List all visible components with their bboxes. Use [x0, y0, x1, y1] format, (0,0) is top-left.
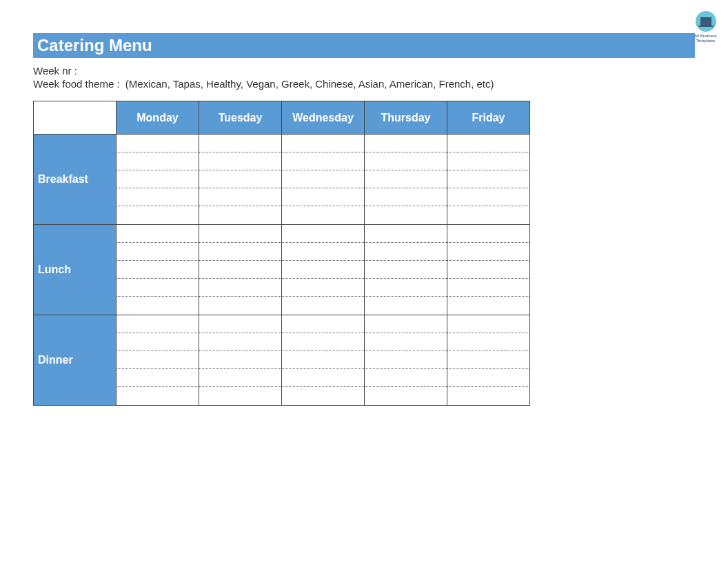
- week-number-line: Week nr :: [33, 65, 695, 77]
- line-slot[interactable]: [365, 225, 447, 243]
- day-header-friday: Friday: [447, 101, 530, 135]
- line-slot[interactable]: [199, 351, 281, 369]
- line-slot[interactable]: [199, 315, 281, 333]
- line-slot[interactable]: [282, 135, 364, 152]
- cell-breakfast-tuesday[interactable]: [199, 135, 282, 225]
- cell-lunch-friday[interactable]: [447, 225, 530, 315]
- line-slot[interactable]: [199, 261, 281, 279]
- line-slot[interactable]: [117, 351, 199, 369]
- line-slot[interactable]: [365, 315, 447, 333]
- line-slot[interactable]: [199, 206, 281, 224]
- line-slot[interactable]: [365, 387, 447, 405]
- line-slot[interactable]: [282, 188, 364, 206]
- line-slot[interactable]: [365, 369, 447, 387]
- line-slot[interactable]: [199, 188, 281, 206]
- week-theme-label: Week food theme :: [33, 78, 120, 90]
- line-slot[interactable]: [117, 225, 199, 243]
- line-slot[interactable]: [282, 261, 364, 279]
- line-slot[interactable]: [282, 206, 364, 224]
- line-slot[interactable]: [365, 333, 447, 351]
- line-slot[interactable]: [447, 188, 529, 206]
- line-slot[interactable]: [447, 387, 529, 405]
- line-slot[interactable]: [365, 297, 447, 315]
- line-slot[interactable]: [447, 315, 529, 333]
- line-slot[interactable]: [282, 369, 364, 387]
- cell-lunch-monday[interactable]: [117, 225, 199, 315]
- line-slot[interactable]: [117, 279, 199, 297]
- cell-lunch-thursday[interactable]: [365, 225, 447, 315]
- line-slot[interactable]: [199, 225, 281, 243]
- line-slot[interactable]: [199, 333, 281, 351]
- cell-dinner-wednesday[interactable]: [282, 315, 365, 406]
- line-slot[interactable]: [117, 261, 199, 279]
- line-slot[interactable]: [282, 297, 364, 315]
- line-slot[interactable]: [117, 387, 199, 405]
- cell-lunch-wednesday[interactable]: [282, 225, 365, 315]
- line-slot[interactable]: [447, 351, 529, 369]
- line-slot[interactable]: [282, 315, 364, 333]
- cell-breakfast-thursday[interactable]: [365, 135, 447, 225]
- line-slot[interactable]: [447, 333, 529, 351]
- day-header-wednesday: Wednesday: [282, 101, 365, 135]
- line-slot[interactable]: [117, 297, 199, 315]
- line-slot[interactable]: [447, 243, 529, 261]
- line-slot[interactable]: [447, 297, 529, 315]
- line-slot[interactable]: [447, 279, 529, 297]
- line-slot[interactable]: [365, 261, 447, 279]
- laptop-icon: [696, 11, 716, 32]
- line-slot[interactable]: [199, 297, 281, 315]
- line-slot[interactable]: [447, 369, 529, 387]
- line-slot[interactable]: [117, 152, 199, 170]
- line-slot[interactable]: [282, 225, 364, 243]
- week-number-label: Week nr :: [33, 65, 77, 77]
- line-slot[interactable]: [365, 135, 447, 152]
- line-slot[interactable]: [282, 279, 364, 297]
- line-slot[interactable]: [117, 170, 199, 188]
- line-slot[interactable]: [199, 170, 281, 188]
- cell-dinner-friday[interactable]: [447, 315, 530, 406]
- line-slot[interactable]: [282, 387, 364, 405]
- cell-dinner-thursday[interactable]: [365, 315, 447, 406]
- line-slot[interactable]: [365, 279, 447, 297]
- line-slot[interactable]: [117, 188, 199, 206]
- line-slot[interactable]: [117, 333, 199, 351]
- meal-header-breakfast: Breakfast: [34, 135, 117, 225]
- line-slot[interactable]: [117, 135, 199, 152]
- day-header-monday: Monday: [117, 101, 199, 135]
- line-slot[interactable]: [447, 261, 529, 279]
- line-slot[interactable]: [282, 351, 364, 369]
- line-slot[interactable]: [199, 369, 281, 387]
- line-slot[interactable]: [365, 206, 447, 224]
- line-slot[interactable]: [199, 243, 281, 261]
- line-slot[interactable]: [365, 152, 447, 170]
- line-slot[interactable]: [282, 333, 364, 351]
- line-slot[interactable]: [447, 225, 529, 243]
- cell-dinner-tuesday[interactable]: [199, 315, 282, 406]
- brand-logo: All BusinessTemplates: [694, 11, 717, 43]
- line-slot[interactable]: [365, 243, 447, 261]
- line-slot[interactable]: [447, 135, 529, 152]
- line-slot[interactable]: [282, 243, 364, 261]
- line-slot[interactable]: [199, 279, 281, 297]
- line-slot[interactable]: [365, 351, 447, 369]
- line-slot[interactable]: [282, 170, 364, 188]
- line-slot[interactable]: [199, 135, 281, 152]
- line-slot[interactable]: [365, 188, 447, 206]
- line-slot[interactable]: [365, 170, 447, 188]
- meal-header-dinner: Dinner: [34, 315, 117, 406]
- cell-breakfast-wednesday[interactable]: [282, 135, 365, 225]
- line-slot[interactable]: [282, 152, 364, 170]
- line-slot[interactable]: [447, 206, 529, 224]
- line-slot[interactable]: [117, 243, 199, 261]
- cell-breakfast-friday[interactable]: [447, 135, 530, 225]
- line-slot[interactable]: [199, 152, 281, 170]
- cell-dinner-monday[interactable]: [117, 315, 199, 406]
- line-slot[interactable]: [447, 170, 529, 188]
- line-slot[interactable]: [199, 387, 281, 405]
- cell-lunch-tuesday[interactable]: [199, 225, 282, 315]
- line-slot[interactable]: [117, 315, 199, 333]
- cell-breakfast-monday[interactable]: [117, 135, 199, 225]
- line-slot[interactable]: [117, 369, 199, 387]
- line-slot[interactable]: [117, 206, 199, 224]
- line-slot[interactable]: [447, 152, 529, 170]
